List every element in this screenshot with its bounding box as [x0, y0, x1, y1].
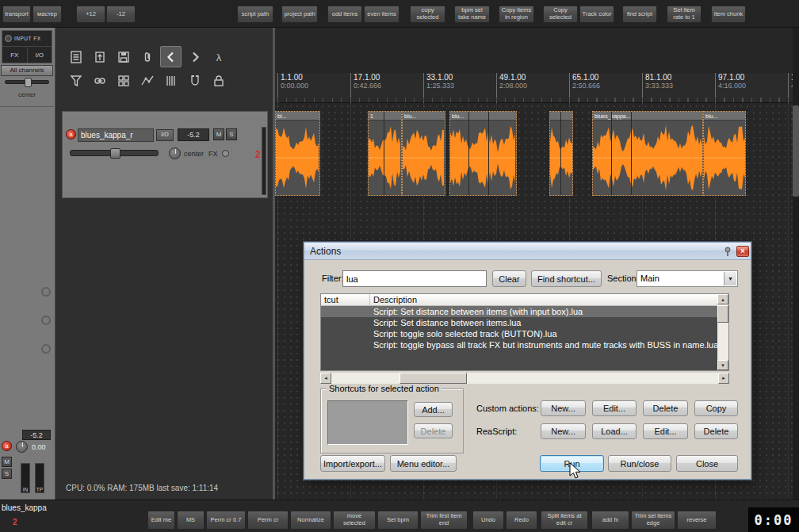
toolbar-button-set-item-rate[interactable]: Set item rate to 1 [667, 6, 702, 23]
document-notes-icon[interactable] [65, 46, 86, 67]
forward-arrow-icon[interactable] [184, 46, 205, 67]
toolbar-button-find-script[interactable]: find script [622, 6, 657, 23]
run-close-button[interactable]: Run/close [608, 455, 671, 472]
track-name-field[interactable]: blues_kappa_r [78, 128, 154, 142]
list-horizontal-scrollbar[interactable]: ◄ ► [320, 373, 729, 384]
bottom-button-reverse[interactable]: reverse [677, 511, 717, 530]
track-fx-label[interactable]: FX [208, 150, 218, 158]
toolbar-button-project-path[interactable]: project path [281, 6, 318, 23]
reascript-delete-button[interactable]: Delete [694, 423, 738, 439]
bottom-button-ms[interactable]: MS [177, 511, 205, 530]
envelope-icon[interactable] [136, 70, 158, 91]
track-volume-value[interactable]: -5.2 [178, 128, 209, 141]
bottom-button-normalize[interactable]: Normalize [290, 511, 331, 530]
master-pan-knob[interactable] [16, 441, 28, 453]
dialog-titlebar[interactable]: Actions × [304, 243, 751, 260]
toolbar-button-bpm-sel-take-name[interactable]: bpm sel take name [454, 6, 490, 23]
toolbar-button-even-items[interactable]: even items [364, 6, 400, 23]
scrollbar-thumb[interactable] [717, 305, 728, 323]
file-import-icon[interactable] [89, 46, 110, 67]
track-record-arm-button[interactable]: a [66, 129, 76, 140]
bottom-button-add-fx[interactable]: add fx [591, 511, 629, 530]
track-mute-button[interactable]: M [213, 128, 224, 140]
scrollbar-thumb[interactable] [793, 105, 799, 197]
toolbar-button-copy-selected[interactable]: copy selected [410, 6, 445, 23]
custom-copy-button[interactable]: Copy [694, 400, 738, 416]
link-icon[interactable] [89, 70, 110, 91]
bottom-button-edit-me[interactable]: Edit me [147, 511, 175, 530]
send-knob-icon[interactable] [41, 316, 51, 325]
media-item[interactable]: blu... [449, 111, 517, 196]
add-shortcut-button[interactable]: Add... [414, 402, 453, 417]
clear-button[interactable]: Clear [492, 270, 526, 287]
media-item[interactable]: blu... [703, 111, 746, 196]
save-icon[interactable] [113, 46, 134, 67]
track-pan-knob[interactable] [169, 147, 181, 159]
section-dropdown[interactable]: Main ▼ [637, 270, 738, 287]
toolbar-button-minus12[interactable]: -12 [106, 6, 136, 23]
custom-delete-button[interactable]: Delete [643, 400, 688, 416]
back-arrow-icon[interactable] [160, 46, 182, 67]
master-pan-slider[interactable] [5, 80, 49, 84]
action-row[interactable]: Script: Set distance between items.lua [321, 317, 728, 328]
column-description[interactable]: Description [370, 294, 728, 305]
toolbar-button-master[interactable]: мастер [32, 6, 62, 23]
toolbar-button-plus12[interactable]: +12 [76, 6, 105, 23]
reascript-new-button[interactable]: New... [541, 423, 586, 439]
toolbar-button-track-color[interactable]: Track color [579, 6, 614, 23]
stripes-icon[interactable] [160, 70, 182, 91]
column-shortcut[interactable]: tcut [321, 294, 370, 305]
action-row[interactable]: Script: toggle solo selected track (BUTT… [321, 328, 728, 339]
io-button[interactable]: I/O [28, 48, 52, 63]
pin-icon[interactable] [722, 246, 733, 257]
find-shortcut-button[interactable]: Find shortcut... [531, 270, 602, 287]
toolbar-button-script-path[interactable]: script path [237, 6, 273, 23]
close-dialog-button[interactable]: Close [676, 455, 738, 472]
all-channels-button[interactable]: All channels [1, 65, 53, 76]
media-item[interactable]: blu... [402, 111, 445, 196]
fader-handle[interactable] [110, 148, 120, 159]
magnet-icon[interactable] [184, 70, 205, 91]
chevron-down-icon[interactable]: ▼ [724, 272, 736, 285]
lock-icon[interactable] [208, 70, 229, 91]
toolbar-button-copy-selected-2[interactable]: Copy selected [543, 6, 578, 23]
bottom-button-redo[interactable]: Redo [506, 511, 537, 530]
list-vertical-scrollbar[interactable]: ▲ ▼ [717, 294, 728, 370]
close-button[interactable]: × [736, 246, 749, 257]
toolbar-button-odd-items[interactable]: odd items [327, 6, 362, 23]
import-export-button[interactable]: Import/export... [320, 455, 385, 472]
grid-icon[interactable] [113, 70, 134, 91]
reascript-edit-button[interactable]: Edit... [643, 423, 688, 439]
scroll-left-icon[interactable]: ◄ [320, 373, 331, 384]
custom-new-button[interactable]: New... [541, 400, 586, 416]
toolbar-button-transport[interactable]: transport [2, 6, 31, 23]
pan-handle[interactable] [25, 78, 32, 87]
media-item[interactable] [549, 111, 573, 196]
bottom-button-move-selected[interactable]: move selected [333, 511, 376, 530]
fx-button[interactable]: FX [2, 48, 28, 63]
fx-enable-icon[interactable] [5, 35, 12, 42]
filter-input[interactable] [342, 270, 487, 287]
bottom-button-trim-sel-items-edge[interactable]: Trim sel items edge [631, 511, 675, 530]
fx-bypass-icon[interactable] [222, 150, 229, 157]
solo-button[interactable]: S [2, 469, 12, 479]
scroll-right-icon[interactable]: ► [718, 373, 729, 384]
track-volume-fader[interactable] [70, 150, 159, 156]
lambda-script-icon[interactable]: λ [208, 46, 229, 67]
action-row[interactable]: Script: Set distance between items (with… [321, 306, 728, 317]
master-volume-value[interactable]: -5.2 [22, 430, 51, 440]
track-io-button[interactable]: I/O [156, 129, 174, 141]
custom-edit-button[interactable]: Edit... [592, 400, 637, 416]
record-arm-button[interactable]: a [2, 441, 12, 451]
bottom-button-undo[interactable]: Undo [472, 511, 504, 530]
filter-funnel-icon[interactable] [65, 70, 86, 91]
media-item[interactable]: blues_kappa... [592, 111, 703, 196]
media-item[interactable]: bl... [275, 111, 320, 196]
timeline-ruler[interactable]: 1.1.000:00.000 17.1.000:42.666 33.1.001:… [275, 73, 793, 103]
send-knob-icon[interactable] [41, 287, 51, 297]
bottom-button-perm-cr[interactable]: Perm cr [247, 511, 289, 530]
bottom-button-perm-cr-07[interactable]: Perm cr 0.7 [206, 511, 246, 530]
toolbar-button-copy-items-in-region[interactable]: Copy items in region [499, 6, 534, 23]
shortcut-listbox[interactable] [327, 400, 408, 445]
bottom-button-split-items[interactable]: Split items at edit cr [541, 511, 588, 530]
